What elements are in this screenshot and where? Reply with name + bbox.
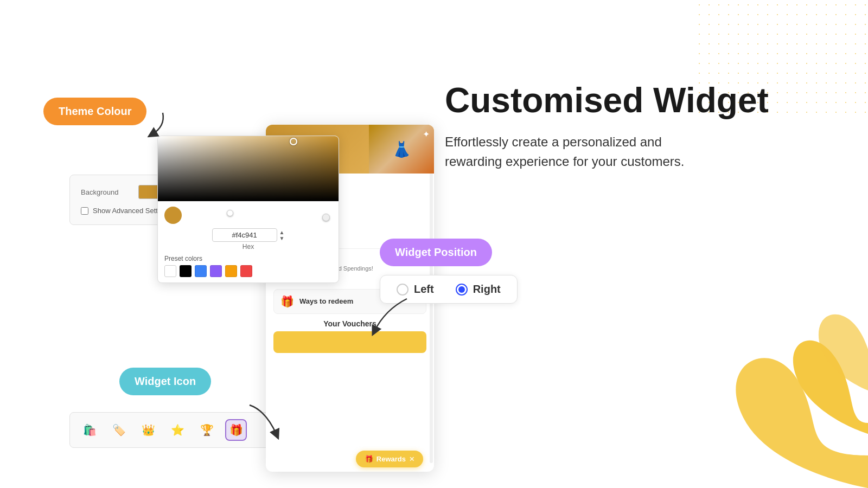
- preset-colors: [164, 265, 332, 277]
- widget-icon-tag[interactable]: 🏷️: [108, 419, 130, 441]
- widget-icon-trophy[interactable]: 🏆: [196, 419, 218, 441]
- rewards-close-icon[interactable]: ✕: [409, 455, 414, 463]
- preset-color-purple[interactable]: [210, 265, 222, 277]
- widget-icon-crown[interactable]: 👑: [137, 419, 159, 441]
- hex-label: Hex: [164, 243, 332, 251]
- ways-icon: 🎁: [280, 295, 294, 308]
- position-right-option[interactable]: Right: [456, 283, 501, 296]
- hex-row: ▲ ▼: [164, 228, 332, 242]
- preset-section: Preset colors: [164, 255, 332, 277]
- advanced-settings-checkbox[interactable]: [81, 207, 88, 215]
- widget-icon-arrow: [244, 400, 288, 445]
- rewards-label: Rewards: [376, 455, 406, 463]
- theme-colour-bubble[interactable]: Theme Colour: [43, 98, 146, 125]
- preset-color-black[interactable]: [180, 265, 192, 277]
- color-swatch: [164, 207, 182, 224]
- preset-color-red[interactable]: [240, 265, 252, 277]
- background-label: Background: [81, 188, 130, 196]
- theme-colour-label: Theme Colour: [59, 105, 131, 117]
- widget-icon-label: Widget Icon: [135, 375, 196, 387]
- yellow-swirl-decoration: [662, 228, 868, 488]
- widget-icon-star[interactable]: ⭐: [167, 419, 188, 441]
- preset-label: Preset colors: [164, 255, 332, 262]
- main-description: Effortlessly create a personalized and r…: [445, 132, 716, 171]
- widget-position-section: Widget Position Left Right: [380, 239, 518, 304]
- position-right-radio-inner: [458, 286, 465, 293]
- preset-color-yellow[interactable]: [225, 265, 237, 277]
- position-right-label: Right: [473, 283, 501, 296]
- rewards-button[interactable]: 🎁 Rewards ✕: [356, 451, 423, 467]
- widget-icon-gift[interactable]: 🎁: [225, 419, 247, 441]
- left-panel: Theme Colour Background Font #000 Show A…: [33, 65, 412, 423]
- preset-color-blue[interactable]: [195, 265, 207, 277]
- widget-icon-bag[interactable]: 🛍️: [79, 419, 100, 441]
- position-right-radio[interactable]: [456, 284, 468, 296]
- hex-arrows[interactable]: ▲ ▼: [279, 229, 285, 241]
- clothes-icon: 👗: [392, 140, 411, 158]
- app-header-image: 👗 ✦: [369, 125, 434, 174]
- right-section: Customised Widget Effortlessly create a …: [445, 81, 792, 171]
- picker-body: ▲ ▼ Hex Preset colors: [158, 201, 339, 282]
- hue-row: [164, 207, 332, 224]
- color-picker-panel: ▲ ▼ Hex Preset colors: [157, 136, 339, 283]
- widget-icon-bubble[interactable]: Widget Icon: [119, 368, 211, 395]
- hex-input[interactable]: [212, 228, 277, 242]
- main-title: Customised Widget: [445, 81, 792, 119]
- preset-color-white[interactable]: [164, 265, 176, 277]
- color-gradient[interactable]: [158, 136, 339, 201]
- widget-position-bubble[interactable]: Widget Position: [380, 239, 492, 266]
- position-left-label: Left: [414, 283, 434, 296]
- sparkle-icon: ✦: [423, 129, 430, 139]
- widget-position-label: Widget Position: [395, 246, 477, 258]
- gradient-handle[interactable]: [290, 138, 297, 145]
- theme-colour-arrow: [136, 107, 168, 142]
- rewards-icon: 🎁: [365, 455, 373, 463]
